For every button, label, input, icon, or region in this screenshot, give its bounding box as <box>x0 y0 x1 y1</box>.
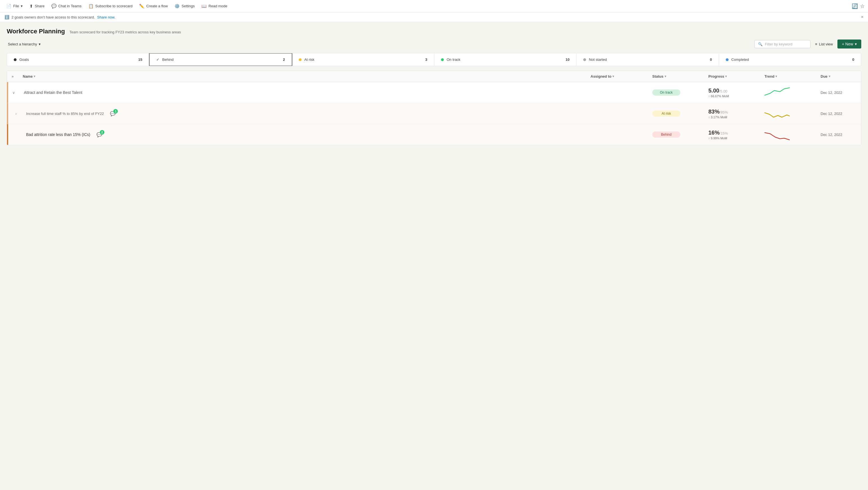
row1-due: Dec 12, 2022 <box>816 87 861 98</box>
at-risk-dot <box>299 58 302 61</box>
toolbar: 📄 File ▾ ⬆ Share 💬 Chat in Teams 📋 Subsc… <box>0 0 868 12</box>
chat-in-teams-button[interactable]: 💬 Chat in Teams <box>49 2 85 10</box>
row1-status-badge: On track <box>652 90 680 96</box>
row1-expand-button[interactable]: ∨ <box>12 91 15 95</box>
list-view-icon: ≡ <box>815 42 817 46</box>
read-mode-button[interactable]: 📖 Read mode <box>198 2 230 10</box>
behind-count: 2 <box>283 58 285 62</box>
row2-expand-button[interactable]: › <box>16 111 17 116</box>
search-icon: 🔍 <box>758 42 763 46</box>
page-header: Workforce Planning Team scorecard for tr… <box>7 28 861 35</box>
status-completed[interactable]: Completed 0 <box>719 54 861 66</box>
on-track-count: 10 <box>565 58 569 62</box>
at-risk-count: 3 <box>425 58 427 62</box>
trend-header[interactable]: Trend ▾ <box>760 71 816 82</box>
status-filter-bar: Goals 15 ✓ Behind 2 At risk 3 On track 1… <box>7 53 861 66</box>
row3-due: Dec 12, 2022 <box>816 129 861 140</box>
controls-row: Select a hierarchy ▾ 🔍 Filter by keyword… <box>7 39 861 48</box>
row1-trend-chart <box>765 86 790 99</box>
row2-progress: 83%/85% ↑ 3.17% MoM <box>704 105 760 122</box>
row2-value: 83% <box>708 108 720 115</box>
main-content: Workforce Planning Team scorecard for tr… <box>0 22 868 487</box>
share-now-link[interactable]: Share now. <box>97 15 115 19</box>
notification-close-button[interactable]: × <box>861 14 864 20</box>
status-on-track[interactable]: On track 10 <box>434 54 577 66</box>
row3-progress-value: 16%/15% <box>708 130 728 136</box>
goals-dot <box>14 58 17 61</box>
row3-progress: 16%/15% ↑ 9.99% MoM <box>704 126 760 143</box>
row3-target: /15% <box>720 131 728 135</box>
row2-trend-chart <box>765 106 790 121</box>
new-button[interactable]: + New ▾ <box>837 39 861 48</box>
row1-trend <box>760 82 816 103</box>
trend-sort-icon: ▾ <box>775 74 777 78</box>
row1-assigned <box>586 89 648 96</box>
file-menu-button[interactable]: 📄 File ▾ <box>3 2 26 10</box>
due-header[interactable]: Due ▾ <box>816 71 861 82</box>
row3-name-text: Bad attrition rate less than 15% (ICs) <box>26 132 90 137</box>
on-track-label: On track <box>446 58 460 62</box>
row3-assigned <box>586 131 648 138</box>
completed-count: 0 <box>852 58 854 62</box>
row3-status: Behind <box>648 128 704 141</box>
row1-mom: ↑ 66.67% MoM <box>708 95 729 98</box>
not-started-label: Not started <box>589 58 607 62</box>
row2-expand[interactable]: › <box>8 108 19 119</box>
new-label: + New <box>842 42 853 46</box>
create-flow-button[interactable]: ✏️ Create a flow <box>136 2 170 10</box>
behind-check-icon: ✓ <box>156 58 159 62</box>
name-header[interactable]: Name ▾ <box>18 71 586 82</box>
row1-expand[interactable]: ∨ <box>8 87 19 98</box>
row2-name: Increase full time staff % to 85% by end… <box>19 106 586 121</box>
file-arrow: ▾ <box>21 4 23 8</box>
status-header-label: Status <box>652 74 663 78</box>
status-sort-icon: ▾ <box>664 74 666 78</box>
subscribe-button[interactable]: 📋 Subscribe to scorecard <box>86 2 135 10</box>
star-icon[interactable]: ☆ <box>860 3 865 9</box>
expand-all-icon[interactable]: » <box>11 74 13 78</box>
assigned-sort-icon: ▾ <box>613 74 614 78</box>
table-header: » Name ▾ Assigned to ▾ Status ▾ Progress… <box>7 71 861 82</box>
row2-mom: ↑ 3.17% MoM <box>708 116 728 119</box>
status-behind[interactable]: ✓ Behind 2 <box>149 53 292 66</box>
row3-comment-badge[interactable]: 💬 2 <box>95 131 104 138</box>
row2-comment-badge[interactable]: 💬 1 <box>108 109 117 118</box>
row2-progress-cell: 83%/85% ↑ 3.17% MoM <box>708 108 728 119</box>
not-started-dot <box>583 58 586 61</box>
row3-progress-cell: 16%/15% ↑ 9.99% MoM <box>708 130 728 140</box>
completed-label: Completed <box>732 58 749 62</box>
status-not-started[interactable]: Not started 0 <box>577 54 719 66</box>
status-at-risk[interactable]: At risk 3 <box>292 54 434 66</box>
select-hierarchy-button[interactable]: Select a hierarchy ▾ <box>7 40 42 48</box>
row1-name-text: Attract and Retain the Best Talent <box>24 90 82 95</box>
row2-due-date: Dec 12, 2022 <box>820 111 842 116</box>
due-header-label: Due <box>820 74 828 78</box>
share-button[interactable]: ⬆ Share <box>27 2 48 10</box>
row3-expand <box>8 131 19 138</box>
row3-status-badge: Behind <box>652 131 680 138</box>
row1-progress-value: 5.00/5.00 <box>708 88 729 94</box>
behind-label: Behind <box>162 58 174 62</box>
filter-placeholder: Filter by keyword <box>765 42 792 46</box>
table-row: Bad attrition rate less than 15% (ICs) 💬… <box>7 124 861 145</box>
at-risk-label: At risk <box>304 58 314 62</box>
settings-button[interactable]: ⚙️ Settings <box>172 2 197 10</box>
name-header-label: Name <box>23 74 33 78</box>
row3-comment-count: 2 <box>100 130 104 135</box>
filter-input-container[interactable]: 🔍 Filter by keyword <box>754 40 810 48</box>
progress-header[interactable]: Progress ▾ <box>704 71 760 82</box>
refresh-icon[interactable]: 🔄 <box>852 3 858 9</box>
chat-icon: 💬 <box>51 4 57 9</box>
list-view-button[interactable]: ≡ List view <box>813 40 835 48</box>
assigned-header[interactable]: Assigned to ▾ <box>586 71 648 82</box>
status-header[interactable]: Status ▾ <box>648 71 704 82</box>
row1-due-date: Dec 12, 2022 <box>820 91 842 95</box>
row3-value: 16% <box>708 130 720 136</box>
trend-header-label: Trend <box>765 74 774 78</box>
status-goals[interactable]: Goals 15 <box>7 54 149 66</box>
expand-header: » <box>7 71 18 82</box>
page-subtitle: Team scorecard for tracking FY23 metrics… <box>69 30 181 34</box>
row3-trend <box>760 124 816 145</box>
row3-mom: ↑ 9.99% MoM <box>708 136 728 140</box>
read-icon: 📖 <box>202 4 207 9</box>
